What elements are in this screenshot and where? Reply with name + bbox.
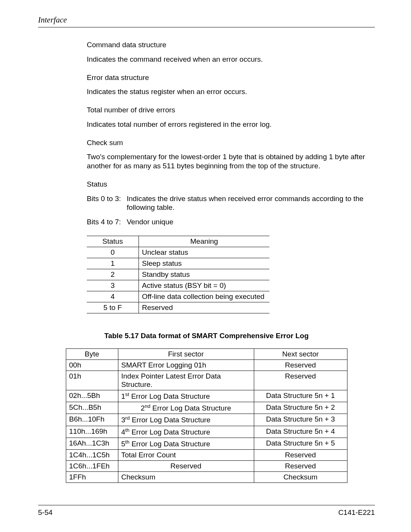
table-row: 2Standby status (87, 269, 269, 280)
cell-byte: 01h (66, 371, 118, 390)
cell-status: 1 (87, 258, 139, 269)
table-row: 0Unclear status (87, 247, 269, 258)
def-text: Indicates the status register when an er… (87, 87, 375, 96)
cell-next-sector: Data Structure 5n + 4 (254, 426, 347, 438)
cell-first-sector: 3rd Error Log Data Structure (118, 414, 254, 426)
table-row: 00hSMART Error Logging 01hReserved (66, 359, 347, 371)
cell-next-sector: Reserved (254, 371, 347, 390)
bits-text: Vendor unique (127, 217, 375, 227)
cell-next-sector: Data Structure 5n + 1 (254, 390, 347, 402)
cell-next-sector: Reserved (254, 450, 347, 461)
cell-byte: 00h (66, 359, 118, 371)
col-status: Status (87, 236, 139, 247)
cell-meaning: Off-line data collection being executed (139, 291, 270, 302)
def-text: Indicates total number of errors registe… (87, 120, 375, 129)
table-row: 02h...5Bh1st Error Log Data StructureDat… (66, 390, 347, 402)
cell-meaning: Standby status (139, 269, 270, 280)
cell-byte: B6h...10Fh (66, 414, 118, 426)
bits-text: Indicates the drive status when received… (127, 194, 375, 212)
bits-row: Bits 4 to 7: Vendor unique (87, 217, 375, 227)
cell-status: 0 (87, 247, 139, 258)
def-head: Error data structure (87, 73, 375, 82)
cell-meaning: Sleep status (139, 258, 270, 269)
cell-first-sector: 2nd Error Log Data Structure (118, 402, 254, 414)
col-byte: Byte (66, 348, 118, 359)
def-head: Check sum (87, 138, 375, 147)
table-row: 4Off-line data collection being executed (87, 291, 269, 302)
def-head: Total number of drive errors (87, 105, 375, 115)
cell-next-sector: Checksum (254, 472, 347, 483)
col-meaning: Meaning (139, 236, 270, 247)
page-footer: 5-54 C141-E221 (38, 508, 375, 517)
cell-meaning: Active status (BSY bit = 0) (139, 280, 270, 291)
cell-first-sector: 1st Error Log Data Structure (118, 390, 254, 402)
cell-status: 2 (87, 269, 139, 280)
cell-status: 5 to F (87, 302, 139, 313)
table-row: 5Ch...B5h2nd Error Log Data StructureDat… (66, 402, 347, 414)
col-first: First sector (118, 348, 254, 359)
cell-meaning: Reserved (139, 302, 270, 313)
cell-first-sector: Index Pointer Latest Error Data Structur… (118, 371, 254, 390)
cell-next-sector: Data Structure 5n + 3 (254, 414, 347, 426)
table-row: 3Active status (BSY bit = 0) (87, 280, 269, 291)
def-head: Command data structure (87, 40, 375, 50)
table-row: 1C4h...1C5hTotal Error CountReserved (66, 450, 347, 461)
cell-first-sector: Reserved (118, 461, 254, 472)
table-row: 1FFhChecksumChecksum (66, 472, 347, 483)
data-format-table: Byte First sector Next sector 00hSMART E… (66, 348, 347, 483)
table-row: 5 to FReserved (87, 302, 269, 313)
definitions-block: Command data structure Indicates the com… (87, 40, 375, 227)
col-next: Next sector (254, 348, 347, 359)
page-number: 5-54 (38, 508, 53, 517)
table-row: 16Ah...1C3h5th Error Log Data StructureD… (66, 438, 347, 450)
bits-label: Bits 0 to 3: (87, 194, 127, 212)
def-text: Indicates the command received when an e… (87, 55, 375, 64)
status-table: Status Meaning 0Unclear status1Sleep sta… (87, 236, 269, 313)
cell-first-sector: 5th Error Log Data Structure (118, 438, 254, 450)
cell-next-sector: Data Structure 5n + 5 (254, 438, 347, 450)
cell-byte: 02h...5Bh (66, 390, 118, 402)
table-row: 1Sleep status (87, 258, 269, 269)
cell-byte: 1C6h...1FEh (66, 461, 118, 472)
table-row: 01hIndex Pointer Latest Error Data Struc… (66, 371, 347, 390)
cell-byte: 16Ah...1C3h (66, 438, 118, 450)
cell-byte: 1C4h...1C5h (66, 450, 118, 461)
bits-label: Bits 4 to 7: (87, 217, 127, 227)
table-header-row: Status Meaning (87, 236, 269, 247)
def-text: Two's complementary for the lowest-order… (87, 152, 375, 171)
cell-first-sector: SMART Error Logging 01h (118, 359, 254, 371)
footer-rule (38, 505, 375, 505)
cell-next-sector: Reserved (254, 461, 347, 472)
table-row: 110h...169h4th Error Log Data StructureD… (66, 426, 347, 438)
doc-number: C141-E221 (338, 508, 375, 517)
cell-meaning: Unclear status (139, 247, 270, 258)
table-caption: Table 5.17 Data format of SMART Comprehe… (38, 332, 375, 340)
status-head: Status (87, 180, 375, 189)
bits-row: Bits 0 to 3: Indicates the drive status … (87, 194, 375, 212)
cell-first-sector: 4th Error Log Data Structure (118, 426, 254, 438)
cell-next-sector: Data Structure 5n + 2 (254, 402, 347, 414)
cell-status: 3 (87, 280, 139, 291)
cell-status: 4 (87, 291, 139, 302)
cell-byte: 1FFh (66, 472, 118, 483)
running-head: Interface (38, 15, 375, 27)
cell-first-sector: Total Error Count (118, 450, 254, 461)
table-header-row: Byte First sector Next sector (66, 348, 347, 359)
cell-next-sector: Reserved (254, 359, 347, 371)
page: Interface Command data structure Indicat… (0, 0, 411, 532)
cell-byte: 110h...169h (66, 426, 118, 438)
cell-first-sector: Checksum (118, 472, 254, 483)
table-row: B6h...10Fh3rd Error Log Data StructureDa… (66, 414, 347, 426)
cell-byte: 5Ch...B5h (66, 402, 118, 414)
table-row: 1C6h...1FEhReservedReserved (66, 461, 347, 472)
